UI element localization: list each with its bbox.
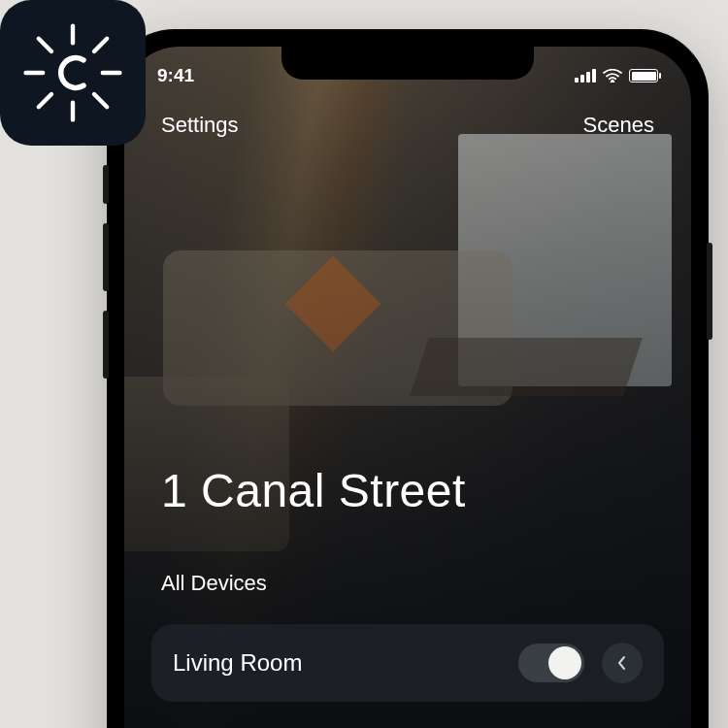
- device-expand-button[interactable]: [602, 643, 643, 683]
- nav-row: Settings Scenes: [124, 113, 691, 138]
- power-button: [707, 243, 712, 340]
- svg-line-5: [94, 94, 107, 107]
- phone-frame: 9:41 Settings Scenes 1 Canal Street All …: [107, 29, 709, 728]
- volume-up-button: [103, 223, 109, 291]
- volume-down-button: [103, 311, 109, 379]
- device-label: Living Room: [173, 649, 302, 677]
- scenes-link[interactable]: Scenes: [583, 113, 654, 138]
- status-right: [575, 69, 658, 83]
- section-all-devices[interactable]: All Devices: [161, 571, 267, 596]
- battery-icon: [629, 69, 658, 83]
- home-title: 1 Canal Street: [161, 464, 466, 517]
- device-row-living-room[interactable]: Living Room: [151, 624, 664, 702]
- phone-notch: [281, 47, 534, 80]
- svg-point-8: [611, 80, 613, 83]
- wifi-icon: [603, 69, 622, 83]
- sun-logo-icon: [19, 19, 126, 126]
- chevron-left-icon: [616, 655, 628, 671]
- svg-line-6: [94, 39, 107, 51]
- status-time: 9:41: [157, 65, 194, 86]
- phone-screen-bezel: 9:41 Settings Scenes 1 Canal Street All …: [124, 47, 691, 728]
- settings-link[interactable]: Settings: [161, 113, 239, 138]
- device-toggle[interactable]: [518, 644, 584, 682]
- app-icon: [0, 0, 146, 146]
- svg-line-4: [39, 39, 51, 51]
- toggle-knob: [548, 646, 581, 679]
- app-screen: 9:41 Settings Scenes 1 Canal Street All …: [124, 47, 691, 728]
- mute-switch: [103, 165, 109, 204]
- svg-line-7: [39, 94, 51, 107]
- cellular-icon: [575, 69, 596, 83]
- device-row-controls: [518, 643, 643, 683]
